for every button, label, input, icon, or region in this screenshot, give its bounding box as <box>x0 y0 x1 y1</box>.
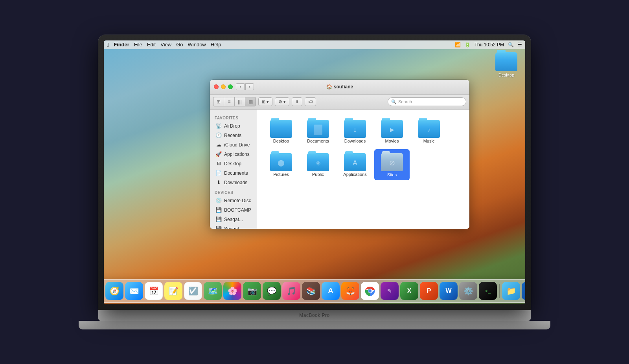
folder-icon-downloads <box>344 118 366 137</box>
maximize-button[interactable] <box>228 84 233 89</box>
wifi-icon: 📶 <box>455 42 461 48</box>
dock-icon-calendar[interactable]: 📅 <box>145 282 163 300</box>
finder-menu[interactable]: Finder <box>114 42 129 48</box>
finder-content: Desktop Documents <box>257 110 469 229</box>
column-view-button[interactable]: ||| <box>235 97 245 106</box>
dock-icon-excel[interactable]: X <box>400 282 418 300</box>
action-button[interactable]: ⚙ ▾ <box>275 97 289 106</box>
gallery-view-button[interactable]: ▦ <box>245 97 256 106</box>
dock-icon-syspref[interactable]: ⚙️ <box>459 282 477 300</box>
folder-icon-documents <box>307 118 329 137</box>
dock-icon-powerpoint[interactable]: P <box>420 282 438 300</box>
folder-icon-pictures <box>270 152 292 170</box>
sidebar-item-applications[interactable]: 🚀 Applications <box>212 150 255 159</box>
icon-view-button[interactable]: ⊞ <box>213 97 224 106</box>
finder-window: ‹ › 🏠 soufiane ⊞ ≡ ||| ▦ <box>210 80 469 229</box>
minimize-button[interactable] <box>221 84 226 89</box>
folder-label-desktop: Desktop <box>273 139 289 144</box>
folder-item-applications[interactable]: Applications <box>337 149 373 180</box>
view-menu[interactable]: View <box>160 42 171 48</box>
dock-icon-safari[interactable]: 🧭 <box>105 282 123 300</box>
folder-item-desktop[interactable]: Desktop <box>263 116 299 146</box>
sidebar-item-desktop[interactable]: 🖥 Desktop <box>212 159 255 168</box>
go-menu[interactable]: Go <box>176 42 183 48</box>
folder-item-pictures[interactable]: Pictures <box>263 149 299 180</box>
dock-icon-mail[interactable]: ✉️ <box>125 282 143 300</box>
apple-menu[interactable]:  <box>107 42 109 48</box>
sidebar-item-icloud[interactable]: ☁ iCloud Drive <box>212 140 255 150</box>
macbook-chin: MacBook Pro <box>98 310 531 321</box>
forward-button[interactable]: › <box>245 83 254 90</box>
folder-icon-sites <box>381 152 403 170</box>
folder-item-sites[interactable]: Sites <box>374 149 410 180</box>
window-menu[interactable]: Window <box>188 42 206 48</box>
action-chevron: ▾ <box>283 99 286 104</box>
folder-item-movies[interactable]: Movies <box>374 116 410 146</box>
sidebar-item-documents[interactable]: 📄 Documents <box>212 168 255 178</box>
search-bar[interactable]: 🔍 Search <box>388 97 466 106</box>
dock-icon-reminders[interactable]: ☑️ <box>184 282 202 300</box>
dock-icon-firefox[interactable]: 🦊 <box>341 282 359 300</box>
view-buttons: ⊞ ≡ ||| ▦ <box>213 97 256 106</box>
dock-icon-notes[interactable]: 📝 <box>164 282 182 300</box>
folder-icon-desktop <box>270 118 292 137</box>
sidebar-item-seagate2[interactable]: 💾 Seagat... <box>212 224 255 229</box>
dock-icon-word[interactable]: W <box>440 282 458 300</box>
seagate1-icon: 💾 <box>215 216 222 223</box>
share-button[interactable]: ⬆ <box>292 97 302 106</box>
dock-icon-music[interactable]: 🎵 <box>282 282 300 300</box>
dock-icon-photos[interactable]: 🌸 <box>223 282 241 300</box>
dock-icon-maps[interactable]: 🗺️ <box>204 282 222 300</box>
dock-icon-terminal[interactable]: >_ <box>479 282 497 300</box>
remoteDisc-label: Remote Disc <box>224 198 251 203</box>
folder-item-documents[interactable]: Documents <box>300 116 336 146</box>
arrange-chevron: ▾ <box>267 99 269 104</box>
sidebar-item-recents[interactable]: 🕐 Recents <box>212 131 255 140</box>
search-icon[interactable]: 🔍 <box>508 42 514 48</box>
dock-icon-appstore[interactable]: A <box>322 282 340 300</box>
sidebar-item-seagate1[interactable]: 💾 Seagat... <box>212 215 255 224</box>
dock-icon-chrome[interactable] <box>361 282 379 300</box>
dock-icon-messages[interactable]: 💬 <box>263 282 281 300</box>
help-menu[interactable]: Help <box>211 42 221 48</box>
seagate2-icon: 💾 <box>215 226 222 229</box>
sidebar-item-bootcamp[interactable]: 💾 BOOTCAMP <box>212 205 255 215</box>
edit-menu[interactable]: Edit <box>147 42 156 48</box>
folder-label-movies: Movies <box>385 139 399 144</box>
applications-label: Applications <box>224 152 250 157</box>
folder-item-downloads[interactable]: Downloads <box>337 116 373 146</box>
list-view-button[interactable]: ≡ <box>224 97 234 106</box>
dock-icon-folder2[interactable]: 📂 <box>522 282 525 300</box>
macbook-outer:  Finder File Edit View Go Window Help 📶… <box>0 0 629 364</box>
back-button[interactable]: ‹ <box>236 83 245 90</box>
file-menu[interactable]: File <box>134 42 142 48</box>
dock-icon-books[interactable]: 📚 <box>302 282 320 300</box>
traffic-lights <box>214 84 233 89</box>
close-button[interactable] <box>214 84 219 89</box>
documents-label: Documents <box>224 170 248 176</box>
folder-icon-public <box>307 152 329 170</box>
dock-icon-folder[interactable]: 📁 <box>502 282 520 300</box>
folder-icon-music <box>418 118 440 137</box>
folder-item-public[interactable]: Public <box>300 149 336 180</box>
tag-icon: 🏷 <box>308 99 313 104</box>
sidebar-item-remoteDisc[interactable]: 💿 Remote Disc <box>212 196 255 205</box>
sidebar-item-airdrop[interactable]: 📡 AirDrop <box>212 121 255 131</box>
arrange-button[interactable]: ⊞ ▾ <box>258 97 272 106</box>
folder-item-music[interactable]: Music <box>411 116 447 146</box>
share-icon: ⬆ <box>295 99 299 104</box>
desktop-folder[interactable]: Desktop <box>495 52 517 77</box>
finder-title: 🏠 soufiane <box>326 84 353 90</box>
arrange-icon: ⊞ <box>262 99 265 104</box>
dock-icon-bbedit[interactable]: ✎ <box>381 282 399 300</box>
tag-button[interactable]: 🏷 <box>305 97 316 106</box>
recents-label: Recents <box>224 133 241 138</box>
folder-label-pictures: Pictures <box>273 172 289 177</box>
folder-label-music: Music <box>423 139 435 144</box>
dock-icon-facetime[interactable]: 📷 <box>243 282 261 300</box>
screen-bezel:  Finder File Edit View Go Window Help 📶… <box>98 35 531 310</box>
list-icon[interactable]: ☰ <box>518 42 522 48</box>
sidebar-item-downloads[interactable]: ⬇ Downloads <box>212 178 255 187</box>
airdrop-icon: 📡 <box>215 123 222 129</box>
macbook-base <box>79 321 550 329</box>
